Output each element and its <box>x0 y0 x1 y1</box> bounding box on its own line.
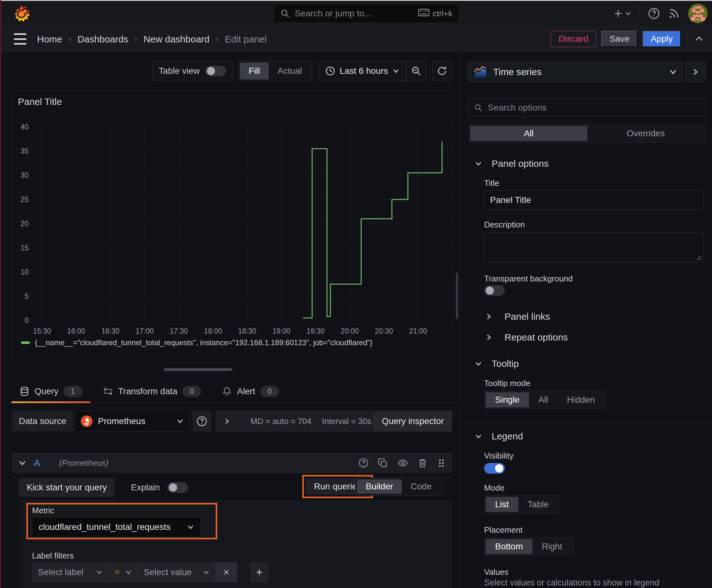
chevron-right-icon <box>223 418 231 425</box>
close-icon <box>222 568 231 576</box>
tooltip-heading[interactable]: Tooltip <box>475 358 519 369</box>
search-input[interactable] <box>294 8 414 19</box>
metric-select[interactable]: cloudflared_tunnel_total_requests <box>32 517 201 537</box>
duplicate-query-icon[interactable] <box>378 458 388 468</box>
legend-placement-bottom[interactable]: Bottom <box>486 539 533 554</box>
panel-resize-handle[interactable] <box>164 368 232 371</box>
legend-heading[interactable]: Legend <box>475 431 523 442</box>
table-view-toggle[interactable] <box>205 66 226 76</box>
menu-toggle-button[interactable] <box>14 33 26 45</box>
fill-option[interactable]: Fill <box>240 63 269 80</box>
panel-links-section[interactable]: Panel links <box>485 310 550 323</box>
editor-tabs: Query 1 Transform data 0 Alert 0 <box>0 379 459 403</box>
bell-icon <box>222 386 232 396</box>
legend-visibility-toggle[interactable] <box>484 463 505 474</box>
select-label-dropdown[interactable]: Select label <box>32 562 109 582</box>
interval-summary: Interval = 30s <box>322 417 371 426</box>
options-search-input[interactable] <box>487 102 700 113</box>
zoom-out-button[interactable] <box>407 61 426 81</box>
chart-legend[interactable]: {__name__="cloudflared_tunnel_total_requ… <box>21 338 372 347</box>
apply-button[interactable]: Apply <box>643 31 681 47</box>
chevron-down-icon[interactable] <box>18 459 26 467</box>
hide-query-icon[interactable] <box>397 458 408 468</box>
news-rss-button[interactable] <box>668 7 680 19</box>
discard-button[interactable]: Discard <box>551 31 596 47</box>
legend-placement-label: Placement <box>484 525 523 535</box>
svg-text:15:30: 15:30 <box>33 327 51 335</box>
legend-series-label[interactable]: {__name__="cloudflared_tunnel_total_requ… <box>35 338 372 347</box>
screen-top-edge <box>0 0 712 1</box>
user-avatar[interactable] <box>688 4 708 23</box>
options-tab-overrides[interactable]: Overrides <box>587 126 705 141</box>
chevron-right-icon <box>485 313 493 320</box>
tab-query-count: 1 <box>63 386 82 397</box>
tooltip-mode-label: Tooltip mode <box>484 378 530 388</box>
help-button[interactable] <box>648 7 660 19</box>
collapse-options-pane-button[interactable] <box>685 62 706 82</box>
chevron-down-icon <box>187 523 194 531</box>
chevron-down-icon <box>475 433 482 440</box>
chevron-up-icon[interactable] <box>694 34 705 44</box>
remove-filter-button[interactable] <box>216 562 237 582</box>
kick-start-button[interactable]: Kick start your query <box>19 478 114 497</box>
repeat-options-section[interactable]: Repeat options <box>485 331 568 344</box>
options-search-box[interactable] <box>469 99 706 117</box>
delete-query-icon[interactable] <box>417 458 428 468</box>
tab-transform-label: Transform data <box>118 386 177 396</box>
resize-corner-icon[interactable] <box>696 255 702 261</box>
chevron-right-icon <box>691 68 699 76</box>
tab-alert[interactable]: Alert 0 <box>214 379 287 403</box>
tooltip-mode-all[interactable]: All <box>529 392 558 407</box>
select-value-dropdown[interactable]: Select value <box>138 562 216 582</box>
legend-mode-list[interactable]: List <box>486 497 518 512</box>
svg-text:19:00: 19:00 <box>273 327 291 335</box>
code-option[interactable]: Code <box>402 479 440 494</box>
query-help-icon[interactable] <box>359 458 369 468</box>
legend-placement-segmented: Bottom Right <box>484 538 573 555</box>
breadcrumb-home[interactable]: Home <box>37 34 62 45</box>
explain-toggle[interactable] <box>167 482 188 493</box>
legend-placement-right[interactable]: Right <box>533 539 572 554</box>
title-label: Title <box>484 178 499 188</box>
actions-divider <box>687 32 688 46</box>
tooltip-mode-single[interactable]: Single <box>486 392 529 407</box>
chevron-down-icon <box>625 10 631 17</box>
actual-option[interactable]: Actual <box>269 63 311 80</box>
transparent-background-toggle[interactable] <box>484 285 505 296</box>
scrollbar-thumb[interactable] <box>456 273 458 319</box>
new-menu-button[interactable] <box>613 8 631 19</box>
breadcrumb-dashboards[interactable]: Dashboards <box>78 34 128 45</box>
datasource-help-button[interactable] <box>192 411 211 432</box>
query-row-header[interactable]: A (Prometheus) <box>12 453 452 473</box>
svg-text:10: 10 <box>20 268 28 276</box>
svg-text:19:30: 19:30 <box>306 327 325 335</box>
refresh-button[interactable] <box>432 61 452 81</box>
query-options-summary[interactable]: MD = auto = 704 Interval = 30s Query ins… <box>216 411 452 432</box>
panel-options-heading[interactable]: Panel options <box>475 158 549 169</box>
panel-preview[interactable]: Panel Title 403530252015105015:3016:0016… <box>12 91 453 363</box>
drag-handle-icon[interactable] <box>437 458 446 468</box>
operator-dropdown[interactable]: = <box>109 562 138 582</box>
description-textarea[interactable] <box>484 232 703 262</box>
legend-mode-table[interactable]: Table <box>518 497 558 512</box>
tab-query[interactable]: Query 1 <box>11 379 90 403</box>
add-filter-button[interactable] <box>250 562 268 582</box>
options-tab-all[interactable]: All <box>470 126 587 141</box>
panel-title-input[interactable] <box>484 190 703 210</box>
builder-option[interactable]: Builder <box>357 479 402 494</box>
global-search[interactable]: ctrl+k <box>274 4 459 23</box>
tab-transform[interactable]: Transform data 0 <box>95 379 209 403</box>
query-inspector-button[interactable]: Query inspector <box>373 411 452 432</box>
datasource-picker[interactable]: Prometheus <box>74 411 190 432</box>
time-range-picker[interactable]: Last 6 hours <box>318 61 406 81</box>
transform-icon <box>103 386 113 396</box>
visualization-picker[interactable]: Time series <box>468 62 683 82</box>
save-button[interactable]: Save <box>601 31 638 47</box>
breadcrumb-new-dashboard[interactable]: New dashboard <box>144 34 209 45</box>
tooltip-mode-hidden[interactable]: Hidden <box>558 392 604 407</box>
svg-text:20:30: 20:30 <box>375 327 393 335</box>
time-series-chart[interactable]: 403530252015105015:3016:0016:3017:0017:3… <box>16 117 449 336</box>
grafana-logo-icon[interactable] <box>13 5 30 23</box>
metric-value: cloudflared_tunnel_total_requests <box>39 522 187 532</box>
fill-actual-segmented: Fill Actual <box>238 61 312 81</box>
